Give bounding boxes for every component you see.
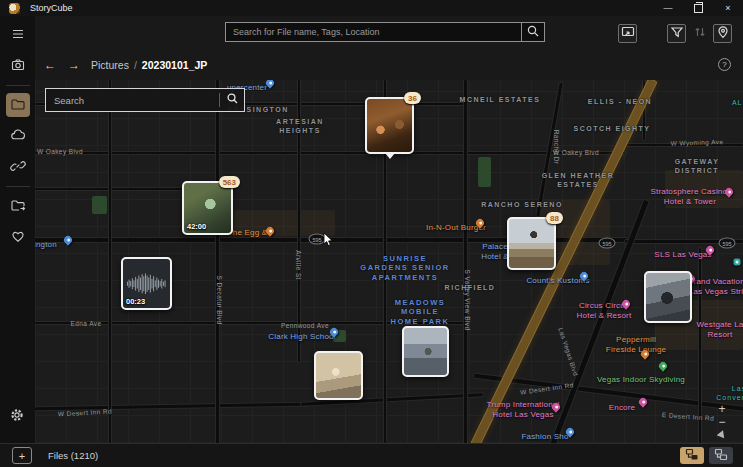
count-badge: 36: [404, 92, 421, 104]
video-trail[interactable]: 56342:00: [182, 181, 233, 235]
street-label: E Desert Inn Rd: [662, 411, 715, 423]
map-pin-icon[interactable]: [550, 401, 561, 412]
map-poi-label[interactable]: Clark High School: [268, 332, 335, 342]
menu-button[interactable]: [6, 23, 30, 47]
settings-button[interactable]: [5, 404, 29, 428]
street-label: W Wyoming Ave: [671, 138, 724, 148]
files-count-label: Files (1210): [48, 450, 98, 461]
map-pin-icon[interactable]: [474, 217, 485, 228]
road: [35, 322, 467, 324]
map-pin-icon[interactable]: [639, 348, 650, 359]
count-badge: 88: [546, 212, 563, 224]
menu-icon: [10, 26, 26, 45]
sidebar: [0, 16, 35, 443]
map-area-label: RICHFIELD: [445, 284, 496, 293]
sidebar-separator: [6, 186, 30, 187]
view-toggles: [680, 447, 733, 464]
breadcrumb-current: 20230101_JP: [142, 59, 207, 71]
photo-cyclist[interactable]: 88: [507, 217, 556, 270]
minimize-button[interactable]: —: [653, 0, 683, 16]
map-poi-label[interactable]: PalaceHotel &: [481, 242, 509, 262]
photo-skateboard-crouch[interactable]: [314, 351, 363, 400]
location-pin-icon: [716, 25, 730, 42]
sidebar-item-favorites[interactable]: [6, 225, 30, 249]
map-search-button[interactable]: [220, 89, 244, 111]
photo-skateboard-city[interactable]: [402, 326, 449, 377]
sort-button[interactable]: [690, 24, 709, 43]
map-pin-icon[interactable]: [62, 234, 73, 245]
window-title: StoryCube: [30, 3, 73, 13]
close-button[interactable]: ×: [713, 0, 743, 16]
map-canvas[interactable]: KENSINGTONARTESIANHEIGHTSMCNEIL ESTATESE…: [35, 80, 743, 443]
map-poi-label[interactable]: Fashion Sho: [521, 432, 568, 442]
maximize-button[interactable]: [683, 0, 713, 16]
zoom-in-button[interactable]: +: [718, 402, 725, 415]
map-area-label: MCNEIL ESTATES: [460, 96, 541, 105]
filter-button[interactable]: [667, 24, 686, 43]
road: [536, 83, 562, 216]
folders-icon: [10, 96, 26, 115]
map-area-label: SUNRISEGARDENS SENIORAPARTMENTS: [360, 254, 449, 282]
park-area: [478, 157, 491, 187]
map-poi-label[interactable]: Grand VacationLas Vegas Stri: [687, 277, 743, 297]
map-search-input[interactable]: [46, 95, 219, 106]
map-area-label: ALIBI: [732, 99, 743, 108]
map-poi-label[interactable]: SLS Las Vegas: [654, 250, 711, 260]
import-icon: [10, 57, 26, 76]
zoom-out-button[interactable]: −: [718, 415, 725, 428]
breadcrumb-parent[interactable]: Pictures: [91, 59, 129, 71]
photo-rooftop[interactable]: [644, 271, 692, 323]
search-icon: [526, 24, 540, 41]
map-poi-label[interactable]: Vegas Indoor Skydiving: [597, 375, 685, 385]
search-button[interactable]: [521, 22, 545, 42]
map-pin-icon[interactable]: [704, 244, 715, 255]
road: [35, 403, 307, 411]
folder-view-button[interactable]: [680, 447, 704, 464]
cloud-icon: [10, 127, 26, 146]
park-area: [92, 196, 107, 214]
count-badge: 563: [219, 176, 240, 188]
sidebar-item-folders[interactable]: [6, 93, 30, 117]
road: [627, 144, 743, 146]
duration-label: 00:23: [126, 297, 145, 306]
status-bar: + Files (1210): [0, 443, 743, 467]
photo-bar-friends[interactable]: 36: [365, 97, 414, 154]
map-pin-icon[interactable]: [264, 80, 275, 89]
help-button[interactable]: ?: [718, 58, 731, 71]
sidebar-item-link[interactable]: [6, 155, 30, 179]
gear-icon: [9, 407, 25, 426]
breadcrumb-bar: ← → Pictures / 20230101_JP ?: [35, 50, 743, 80]
map-pin-icon[interactable]: [657, 360, 668, 371]
tilt-control-icon[interactable]: [717, 430, 728, 440]
filter-icon: [670, 25, 684, 42]
title-bar: StoryCube — ×: [0, 0, 743, 16]
map-pin-icon[interactable]: [578, 270, 589, 281]
map-search: [45, 88, 245, 112]
sidebar-separator: [6, 85, 30, 86]
sidebar-item-import[interactable]: [6, 54, 30, 78]
road: [298, 80, 300, 362]
restore-icon: [694, 4, 703, 13]
audio-clip[interactable]: 00:23: [121, 257, 172, 310]
add-button[interactable]: +: [12, 447, 32, 464]
sidebar-item-cloud[interactable]: [6, 124, 30, 148]
map-view-button[interactable]: [713, 24, 732, 43]
global-search-input[interactable]: [225, 22, 521, 42]
flat-view-button[interactable]: [709, 447, 733, 464]
heart-icon: [10, 228, 26, 247]
map-poi-label[interactable]: Encore: [609, 403, 636, 413]
map-pin-icon[interactable]: [564, 426, 575, 437]
road: [109, 80, 111, 443]
map-pin-icon[interactable]: [734, 259, 741, 266]
global-search: [225, 22, 545, 42]
folder-tree-icon: [714, 448, 728, 464]
map-zoom-controls: + −: [713, 402, 731, 439]
forward-button[interactable]: →: [65, 58, 83, 72]
back-button[interactable]: ←: [41, 58, 59, 72]
slideshow-button[interactable]: [618, 24, 637, 43]
map-pin-icon[interactable]: [620, 298, 631, 309]
sidebar-item-shared-folder[interactable]: [6, 194, 30, 218]
sort-icon: [693, 25, 707, 42]
road: [699, 248, 701, 443]
road: [474, 374, 743, 415]
